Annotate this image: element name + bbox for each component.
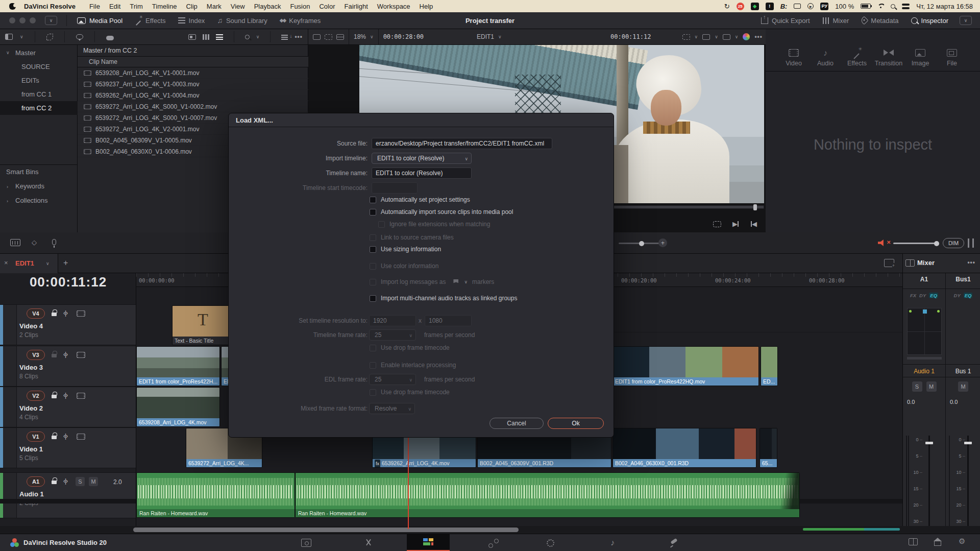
mixed-frame-rate-dropdown[interactable]: Resolve∨ [369, 403, 415, 414]
proxy-quality-icon[interactable] [702, 34, 710, 40]
playback-menu-icon[interactable]: ▶ [807, 3, 814, 9]
next-clip-icon[interactable]: ▶ [732, 220, 739, 228]
viewer-zoom-level[interactable]: 18% [354, 33, 366, 40]
dialog-checkbox-row[interactable]: Use color information ∨ [370, 261, 443, 271]
app-status-icon[interactable]: ◆ [751, 3, 759, 10]
timeline-clip[interactable]: fxEDIT1 from color_ProRes422H... [136, 346, 220, 386]
timeline-frame-rate-dropdown[interactable]: 25∨ [369, 329, 416, 341]
sync-icon[interactable]: ↻ [724, 3, 730, 10]
clip-name-column-header[interactable]: Clip Name [78, 57, 308, 67]
track-name[interactable]: Audio 1 [19, 490, 44, 498]
clip-row[interactable]: 6539237_Arri_LOG_4K_V1-0003.mov [78, 79, 308, 90]
track-badge[interactable]: V2 [27, 391, 45, 401]
track-lock-icon[interactable] [52, 351, 57, 357]
expand-chevron[interactable]: › [7, 180, 8, 194]
window-minimize-button[interactable] [19, 17, 26, 23]
page-button[interactable] [653, 534, 696, 551]
dialog-checkbox-row[interactable]: Import multi-channel audio tracks as lin… [370, 294, 522, 303]
scrollbar-thumb[interactable] [133, 528, 519, 532]
clip-row[interactable]: 6539272_Arri_LOG_4K_S000_V1-0002.mov [78, 101, 308, 112]
dialog-checkbox-row[interactable]: Automatically set project settings ∨ [370, 195, 475, 204]
track-header[interactable]: A1 ‹|› S M 2.0 Audio 1 2 Clips [0, 472, 136, 518]
track-name[interactable]: Video 4 [19, 322, 43, 330]
color-management-icon[interactable] [743, 33, 750, 40]
panel-toggle-button[interactable]: Quick Export [755, 12, 816, 29]
bypass-chevron[interactable]: ∨ [735, 34, 739, 39]
zoom-chevron[interactable]: ∨ [370, 34, 374, 39]
inspector-tab[interactable]: ♪ Audio [810, 45, 841, 71]
grade-bypass-icon[interactable] [723, 34, 730, 40]
app-menu[interactable]: DaVinci Resolve [24, 3, 76, 10]
usage-meter-icon[interactable] [10, 239, 20, 246]
checkbox[interactable] [370, 362, 376, 369]
control-center-icon[interactable] [902, 4, 910, 9]
new-timeline-tab-button[interactable]: + [63, 258, 68, 268]
panel-toggle-button[interactable]: Effects [129, 12, 172, 29]
clip-row[interactable]: 6539208_Arri_LOG_4K_V1-0001.mov [78, 67, 308, 79]
page-button[interactable] [285, 534, 328, 551]
match-frame-icon[interactable] [713, 221, 721, 227]
timeline-clip[interactable]: fxB002_A046_0630X0_001.R3D [612, 428, 756, 468]
boom-app-icon[interactable]: B: [780, 3, 788, 10]
auto-select-icon[interactable]: ‹|› [63, 351, 67, 358]
track-solo-button[interactable]: S [76, 477, 85, 486]
relink-media-icon[interactable] [46, 34, 53, 40]
flags-icon[interactable]: ◇ [32, 238, 37, 246]
add-track-icon[interactable] [905, 259, 915, 267]
apple-menu-icon[interactable] [9, 3, 16, 10]
inspector-tab[interactable]: Effects [841, 45, 873, 71]
zoom-in-button[interactable]: + [658, 238, 667, 247]
home-icon[interactable] [934, 541, 941, 546]
dialog-checkbox-row[interactable]: Enable interlace processing ∨ [370, 361, 460, 370]
smart-bin-item[interactable]: › Keywords [0, 179, 78, 194]
fader-handle[interactable] [964, 442, 972, 444]
viewer-timeline-name[interactable]: EDIT1 [477, 33, 494, 40]
fader-track[interactable] [967, 436, 969, 538]
viewer-options-icon[interactable]: ••• [754, 33, 763, 40]
track-film-icon[interactable] [77, 393, 85, 399]
panel-toggle-button[interactable]: Index [172, 12, 211, 29]
track-lock-icon[interactable] [52, 392, 57, 398]
inspector-tab[interactable]: Image [904, 45, 936, 71]
bin-expand-chevron[interactable]: ∨ [6, 46, 10, 60]
timeline-audio-clip[interactable]: Ran Raiten - Homeward.wav [136, 472, 295, 518]
menu-item[interactable]: Timeline [152, 3, 177, 10]
monitor-volume-slider[interactable] [893, 243, 938, 244]
track-film-icon[interactable] [77, 310, 85, 317]
checkbox[interactable] [370, 246, 376, 253]
panel-toggle-button[interactable]: Inspector [905, 12, 954, 29]
thumbnail-view-icon[interactable] [203, 34, 209, 40]
menu-item[interactable]: File [89, 3, 100, 10]
page-button[interactable] [472, 534, 515, 551]
inspector-tab[interactable]: File [936, 45, 968, 71]
timeline-tab-chevron[interactable]: ∨ [46, 261, 50, 266]
edl-frame-rate-dropdown[interactable]: 25∨ [369, 374, 416, 385]
checkbox[interactable] [370, 197, 376, 203]
resolution-height-input[interactable]: 1080 [425, 315, 472, 326]
menu-item[interactable]: Fusion [290, 3, 310, 10]
dialog-titlebar[interactable]: Load XML... [229, 113, 614, 127]
panel-toggle-button[interactable]: Metadata [855, 12, 904, 29]
scrub-handle[interactable] [753, 204, 757, 210]
page-button[interactable] [407, 534, 450, 551]
track-name[interactable]: Video 2 [19, 404, 43, 412]
dialog-checkbox-row[interactable]: Use drop frame timecode ∨ [370, 388, 454, 397]
metadata-view-icon[interactable] [188, 34, 196, 40]
checkbox[interactable] [370, 234, 376, 241]
track-header[interactable]: V1 ‹|› Video 1 5 Clips [0, 427, 136, 468]
timeline-audio-clip[interactable]: Ran Raiten - Homeward.wav [295, 472, 800, 518]
track-name[interactable]: Video 3 [19, 364, 43, 371]
panel-layout-dropdown[interactable]: ∨ [960, 16, 972, 25]
marker-color-chevron[interactable]: ∨ [464, 279, 468, 284]
track-lock-icon[interactable] [52, 433, 57, 439]
search-filter-chevron[interactable]: ∨ [256, 34, 260, 39]
track-header[interactable]: V3 ‹|› Video 3 8 Clips [0, 346, 136, 387]
offline-reference-icon[interactable] [325, 34, 332, 40]
track-badge[interactable]: A1 [27, 476, 45, 487]
menubar-clock[interactable]: Чт, 12 марта 16:58 [916, 3, 973, 10]
fader-track[interactable] [928, 436, 930, 538]
track-lock-icon[interactable] [52, 477, 57, 484]
viewer-timecode[interactable]: 00:00:11:12 [610, 33, 651, 40]
track-header[interactable]: V4 ‹|› Video 4 2 Clips [0, 304, 136, 345]
mixer-options-icon[interactable]: ••• [967, 259, 975, 266]
